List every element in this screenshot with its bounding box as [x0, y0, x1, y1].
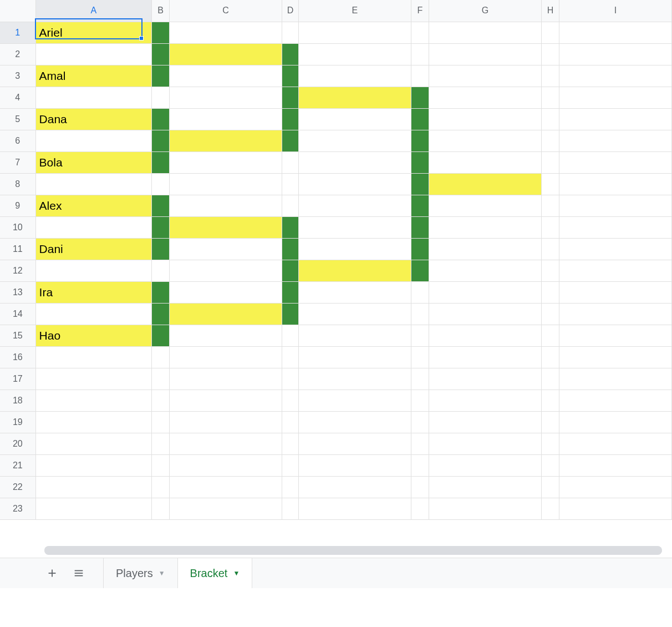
- cell-E9[interactable]: [298, 195, 411, 216]
- cell-E2[interactable]: [298, 43, 411, 65]
- cell-G19[interactable]: [429, 411, 541, 433]
- cell-C20[interactable]: [170, 433, 282, 454]
- cell-H10[interactable]: [541, 216, 559, 238]
- cell-D18[interactable]: [282, 390, 299, 411]
- cell-A15[interactable]: Hao: [35, 325, 151, 346]
- cell-H12[interactable]: [541, 260, 559, 281]
- cell-B19[interactable]: [151, 411, 169, 433]
- cell-D20[interactable]: [282, 433, 299, 454]
- cell-D3[interactable]: [282, 65, 299, 87]
- cell-G17[interactable]: [429, 368, 541, 390]
- cell-G7[interactable]: [429, 151, 541, 173]
- cell-F22[interactable]: [411, 476, 429, 498]
- cell-G23[interactable]: [429, 498, 541, 519]
- column-header-F[interactable]: F: [411, 0, 429, 22]
- cell-C10[interactable]: [170, 216, 282, 238]
- cell-C18[interactable]: [170, 390, 282, 411]
- cell-C16[interactable]: [170, 346, 282, 368]
- cell-D16[interactable]: [282, 346, 299, 368]
- cell-I18[interactable]: [559, 390, 671, 411]
- cell-H14[interactable]: [541, 303, 559, 325]
- cell-C6[interactable]: [170, 130, 282, 151]
- cell-B6[interactable]: [151, 130, 169, 151]
- cell-F5[interactable]: [411, 108, 429, 130]
- cell-G16[interactable]: [429, 346, 541, 368]
- cell-H15[interactable]: [541, 325, 559, 346]
- cell-F19[interactable]: [411, 411, 429, 433]
- cell-E8[interactable]: [298, 173, 411, 195]
- cell-A2[interactable]: [35, 43, 151, 65]
- row-header-17[interactable]: 17: [0, 368, 35, 390]
- cell-I23[interactable]: [559, 498, 671, 519]
- cell-G14[interactable]: [429, 303, 541, 325]
- cell-H22[interactable]: [541, 476, 559, 498]
- add-sheet-button[interactable]: [39, 560, 65, 586]
- cell-H9[interactable]: [541, 195, 559, 216]
- cell-E12[interactable]: [298, 260, 411, 281]
- row-header-14[interactable]: 14: [0, 303, 35, 325]
- cell-B17[interactable]: [151, 368, 169, 390]
- cell-I12[interactable]: [559, 260, 671, 281]
- cell-A4[interactable]: [35, 87, 151, 108]
- cell-I5[interactable]: [559, 108, 671, 130]
- cell-C4[interactable]: [170, 87, 282, 108]
- cell-G18[interactable]: [429, 390, 541, 411]
- cell-D6[interactable]: [282, 130, 299, 151]
- cell-G1[interactable]: [429, 22, 541, 43]
- cell-A5[interactable]: Dana: [35, 108, 151, 130]
- horizontal-scroll-thumb[interactable]: [44, 546, 662, 555]
- cell-D2[interactable]: [282, 43, 299, 65]
- cell-B10[interactable]: [151, 216, 169, 238]
- row-header-7[interactable]: 7: [0, 151, 35, 173]
- cell-B16[interactable]: [151, 346, 169, 368]
- column-header-B[interactable]: B: [151, 0, 169, 22]
- row-header-16[interactable]: 16: [0, 346, 35, 368]
- cell-H5[interactable]: [541, 108, 559, 130]
- column-header-I[interactable]: I: [559, 0, 671, 22]
- cell-H23[interactable]: [541, 498, 559, 519]
- cell-E18[interactable]: [298, 390, 411, 411]
- row-header-1[interactable]: 1: [0, 22, 35, 43]
- column-header-A[interactable]: A: [35, 0, 151, 22]
- cell-I19[interactable]: [559, 411, 671, 433]
- cell-I11[interactable]: [559, 238, 671, 260]
- cell-D15[interactable]: [282, 325, 299, 346]
- row-header-22[interactable]: 22: [0, 476, 35, 498]
- cell-H1[interactable]: [541, 22, 559, 43]
- cell-D7[interactable]: [282, 151, 299, 173]
- cell-D19[interactable]: [282, 411, 299, 433]
- row-header-3[interactable]: 3: [0, 65, 35, 87]
- cell-I16[interactable]: [559, 346, 671, 368]
- cell-I8[interactable]: [559, 173, 671, 195]
- row-header-4[interactable]: 4: [0, 87, 35, 108]
- cell-I17[interactable]: [559, 368, 671, 390]
- cell-E16[interactable]: [298, 346, 411, 368]
- cell-C23[interactable]: [170, 498, 282, 519]
- cell-F8[interactable]: [411, 173, 429, 195]
- cell-C15[interactable]: [170, 325, 282, 346]
- cell-E7[interactable]: [298, 151, 411, 173]
- cell-B4[interactable]: [151, 87, 169, 108]
- cell-D14[interactable]: [282, 303, 299, 325]
- cell-I7[interactable]: [559, 151, 671, 173]
- cell-F12[interactable]: [411, 260, 429, 281]
- cell-I14[interactable]: [559, 303, 671, 325]
- cell-B2[interactable]: [151, 43, 169, 65]
- cell-G10[interactable]: [429, 216, 541, 238]
- row-header-9[interactable]: 9: [0, 195, 35, 216]
- cell-B15[interactable]: [151, 325, 169, 346]
- cell-E10[interactable]: [298, 216, 411, 238]
- cell-G13[interactable]: [429, 281, 541, 303]
- cell-C7[interactable]: [170, 151, 282, 173]
- cell-A10[interactable]: [35, 216, 151, 238]
- cell-F7[interactable]: [411, 151, 429, 173]
- cell-E19[interactable]: [298, 411, 411, 433]
- cell-F18[interactable]: [411, 390, 429, 411]
- cell-E14[interactable]: [298, 303, 411, 325]
- cell-I1[interactable]: [559, 22, 671, 43]
- cell-F14[interactable]: [411, 303, 429, 325]
- cell-A23[interactable]: [35, 498, 151, 519]
- cell-I2[interactable]: [559, 43, 671, 65]
- cell-A11[interactable]: Dani: [35, 238, 151, 260]
- cell-G8[interactable]: [429, 173, 541, 195]
